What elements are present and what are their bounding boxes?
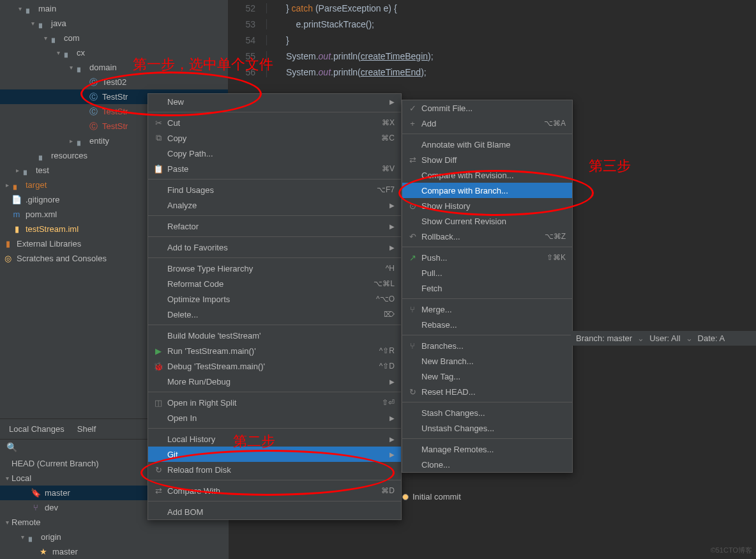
menu-icon: ⊙ <box>407 201 418 211</box>
menu-item-cut[interactable]: ✂Cut⌘X <box>148 115 401 130</box>
menu-item-manage-remotes[interactable]: Manage Remotes... <box>402 441 572 457</box>
menu-item-run-teststream-main[interactable]: ▶Run 'TestStream.main()'^⇧R <box>148 343 401 358</box>
date-filter[interactable]: Date: A <box>698 333 725 343</box>
tree-folder-java[interactable]: ▾▖java <box>0 16 228 31</box>
menu-item-optimize-imports[interactable]: Optimize Imports^⌥O <box>148 291 401 307</box>
menu-item-show-diff[interactable]: ⇄Show Diff <box>402 152 572 167</box>
context-menu-git-submenu[interactable]: ✓Commit File...+Add⌥⌘AAnnotate with Git … <box>402 100 573 473</box>
submenu-arrow-icon: ▶ <box>389 451 395 458</box>
submenu-arrow-icon: ▶ <box>389 378 395 385</box>
menu-item-stash-changes[interactable]: Stash Changes... <box>402 405 572 420</box>
menu-item-push[interactable]: ↗Push...⇧⌘K <box>402 250 572 265</box>
menu-item-local-history[interactable]: Local History▶ <box>148 431 401 447</box>
menu-label: Stash Changes... <box>421 408 485 418</box>
menu-item-rollback[interactable]: ↶Rollback...⌥⌘Z <box>402 229 572 244</box>
context-menu-primary[interactable]: New▶✂Cut⌘X⧉Copy⌘CCopy Path...📋Paste⌘VFin… <box>147 93 402 520</box>
menu-item-reload-from-disk[interactable]: ↻Reload from Disk <box>148 462 401 477</box>
tree-file-test02[interactable]: ⒸTest02 <box>0 75 228 89</box>
menu-item-add-bom[interactable]: Add BOM <box>148 504 401 519</box>
menu-item-add-to-favorites[interactable]: Add to Favorites▶ <box>148 240 401 255</box>
menu-item-compare-with-revision[interactable]: Compare with Revision... <box>402 167 572 183</box>
menu-item-show-history[interactable]: ⊙Show History <box>402 198 572 213</box>
menu-icon: ⑂ <box>407 305 418 314</box>
tree-folder-main[interactable]: ▾▖main <box>0 1 228 16</box>
tab-shelf[interactable]: Shelf <box>77 424 96 434</box>
git-filter-bar[interactable]: Branch: master⌄ User: All⌄ Date: A <box>571 331 756 346</box>
vcs-origin-master[interactable]: ★master <box>0 544 229 559</box>
menu-item-refactor[interactable]: Refactor▶ <box>148 218 401 234</box>
menu-item-open-in[interactable]: Open In▶ <box>148 410 401 425</box>
menu-label: Rollback... <box>421 232 460 241</box>
menu-icon: 📋 <box>153 164 163 174</box>
menu-item-git[interactable]: Git▶ <box>148 447 401 462</box>
branch-filter[interactable]: Branch: master <box>576 333 632 343</box>
submenu-arrow-icon: ▶ <box>389 415 395 422</box>
menu-label: Compare with Branch... <box>421 186 508 195</box>
user-filter[interactable]: User: All <box>649 333 680 343</box>
menu-label: New <box>167 97 184 107</box>
tree-folder-com[interactable]: ▾▖com <box>0 31 228 45</box>
menu-label: Reload from Disk <box>167 465 231 475</box>
menu-shortcut: ⌥F7 <box>377 185 395 194</box>
menu-item-reset-head[interactable]: ↻Reset HEAD... <box>402 384 572 399</box>
menu-item-debug-teststream-main[interactable]: 🐞Debug 'TestStream.main()'^⇧D <box>148 358 401 374</box>
menu-label: Show Diff <box>421 155 457 165</box>
menu-icon: ⧉ <box>153 133 163 143</box>
menu-label: Cut <box>167 118 180 128</box>
menu-item-reformat-code[interactable]: Reformat Code⌥⌘L <box>148 276 401 291</box>
menu-item-analyze[interactable]: Analyze▶ <box>148 197 401 213</box>
submenu-arrow-icon: ▶ <box>389 223 395 230</box>
menu-label: Commit File... <box>421 103 472 113</box>
menu-item-fetch[interactable]: Fetch <box>402 280 572 296</box>
menu-item-copy[interactable]: ⧉Copy⌘C <box>148 130 401 146</box>
menu-label: Reset HEAD... <box>421 387 476 397</box>
tree-folder-domain[interactable]: ▾▖domain <box>0 60 228 75</box>
git-log-entry[interactable]: Initial commit <box>402 492 461 502</box>
menu-label: Paste <box>167 164 188 174</box>
menu-label: Fetch <box>421 284 442 293</box>
menu-item-compare-with[interactable]: ⇄Compare With...⌘D <box>148 483 401 498</box>
menu-item-open-in-right-split[interactable]: ◫Open in Right Split⇧⏎ <box>148 395 401 410</box>
menu-item-merge[interactable]: ⑂Merge... <box>402 302 572 317</box>
menu-item-unstash-changes[interactable]: Unstash Changes... <box>402 420 572 436</box>
menu-item-more-run-debug[interactable]: More Run/Debug▶ <box>148 374 401 389</box>
menu-label: More Run/Debug <box>167 377 231 387</box>
menu-item-browse-type-hierarchy[interactable]: Browse Type Hierarchy^H <box>148 261 401 276</box>
commit-dot-icon <box>402 494 409 500</box>
menu-item-new-tag[interactable]: New Tag... <box>402 369 572 384</box>
menu-item-compare-with-branch[interactable]: Compare with Branch... <box>402 183 572 198</box>
menu-icon: ↗ <box>407 253 418 263</box>
menu-label: Debug 'TestStream.main()' <box>167 362 265 371</box>
menu-item-branches[interactable]: ⑂Branches... <box>402 338 572 353</box>
menu-item-find-usages[interactable]: Find Usages⌥F7 <box>148 182 401 197</box>
menu-item-commit-file[interactable]: ✓Commit File... <box>402 100 572 116</box>
menu-label: Branches... <box>421 341 464 351</box>
menu-item-paste[interactable]: 📋Paste⌘V <box>148 161 401 176</box>
menu-label: Refactor <box>167 222 199 231</box>
menu-label: Browse Type Hierarchy <box>167 264 253 273</box>
menu-shortcut: ⌦ <box>384 310 395 319</box>
menu-item-new[interactable]: New▶ <box>148 94 401 109</box>
menu-icon: ▶ <box>153 346 163 356</box>
submenu-arrow-icon: ▶ <box>389 436 395 443</box>
menu-label: Annotate with Git Blame <box>421 140 510 149</box>
menu-shortcut: ⌥⌘Z <box>545 232 566 241</box>
menu-item-add[interactable]: +Add⌥⌘A <box>402 116 572 131</box>
menu-label: Add <box>421 119 436 128</box>
menu-item-pull[interactable]: Pull... <box>402 265 572 280</box>
tab-local-changes[interactable]: Local Changes <box>9 424 64 434</box>
menu-item-build-module-teststream[interactable]: Build Module 'testStream' <box>148 328 401 343</box>
menu-label: Add to Favorites <box>167 243 228 252</box>
menu-item-delete[interactable]: Delete...⌦ <box>148 307 401 322</box>
menu-item-rebase[interactable]: Rebase... <box>402 317 572 332</box>
tree-folder-cx[interactable]: ▾▖cx <box>0 45 228 60</box>
menu-label: Git <box>167 450 178 459</box>
menu-item-copy-path[interactable]: Copy Path... <box>148 146 401 161</box>
vcs-origin[interactable]: ▾▖origin <box>0 530 229 544</box>
menu-label: Compare With... <box>167 486 227 496</box>
submenu-arrow-icon: ▶ <box>389 98 395 105</box>
menu-item-clone[interactable]: Clone... <box>402 457 572 472</box>
menu-item-new-branch[interactable]: New Branch... <box>402 353 572 369</box>
menu-item-annotate-with-git-blame[interactable]: Annotate with Git Blame <box>402 137 572 152</box>
menu-item-show-current-revision[interactable]: Show Current Revision <box>402 213 572 229</box>
